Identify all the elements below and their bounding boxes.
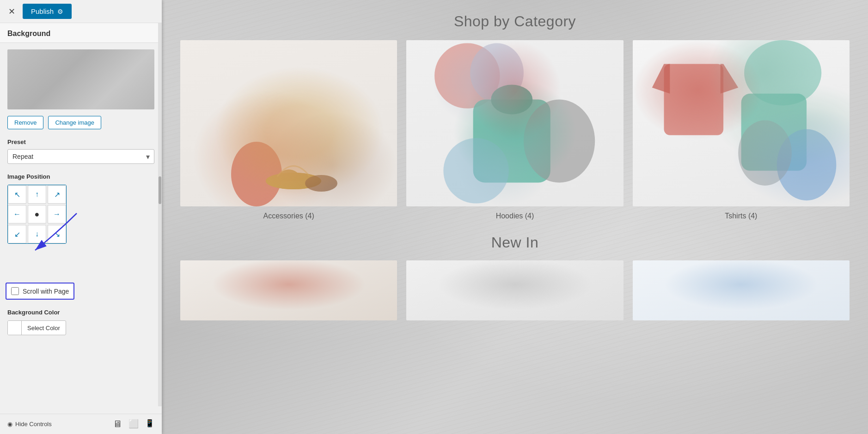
- eye-icon: ◉: [7, 421, 12, 428]
- svg-point-15: [738, 121, 792, 186]
- publish-label: Publish: [31, 7, 54, 15]
- new-in-title: New In: [162, 234, 868, 251]
- svg-point-8: [491, 84, 533, 114]
- background-color-section: Background Color Select Color: [0, 306, 162, 342]
- preset-select[interactable]: No Repeat Repeat Cover Contain: [7, 149, 154, 164]
- background-thumbnail: [7, 49, 154, 109]
- hoodies-card: Hoodies (4): [406, 40, 623, 220]
- hoodies-image: [406, 40, 623, 206]
- preset-label: Preset: [0, 136, 162, 147]
- panel-scrollbar: [158, 23, 162, 406]
- svg-rect-11: [664, 64, 723, 135]
- gear-icon: ⚙: [57, 8, 63, 15]
- color-swatch: [8, 321, 22, 335]
- image-action-buttons: Remove Change image: [0, 116, 162, 136]
- tablet-view-icon[interactable]: ⬜: [128, 419, 139, 429]
- scroll-with-page-row[interactable]: Scroll with Page: [6, 283, 74, 300]
- shop-by-category-title: Shop by Category: [162, 0, 868, 40]
- category-cards: Accessories (4): [162, 40, 868, 220]
- svg-point-2: [266, 173, 321, 189]
- svg-rect-13: [741, 94, 806, 171]
- tshirts-image: [633, 40, 850, 206]
- panel-scroll: Background Remove Change image Preset No…: [0, 23, 162, 414]
- hide-controls-label: Hide Controls: [15, 421, 52, 428]
- svg-point-14: [776, 129, 836, 200]
- thumbnail-image: [7, 49, 154, 109]
- publish-button[interactable]: Publish ⚙: [23, 4, 72, 19]
- svg-point-4: [305, 175, 337, 192]
- svg-point-5: [434, 43, 500, 108]
- position-top-right[interactable]: ↗: [48, 185, 66, 204]
- hoodies-label: Hoodies (4): [496, 212, 534, 220]
- change-image-button[interactable]: Change image: [48, 116, 101, 129]
- remove-button[interactable]: Remove: [7, 116, 43, 129]
- preview-content: Shop by Category: [162, 0, 868, 434]
- tshirts-svg: [633, 40, 850, 206]
- image-position-label: Image Position: [0, 170, 162, 182]
- view-icons: 🖥 ⬜ 📱: [113, 419, 154, 429]
- left-panel: ✕ Publish ⚙ Background Remove Change ima…: [0, 0, 162, 434]
- svg-point-6: [471, 43, 524, 102]
- position-top-center[interactable]: ↑: [28, 185, 46, 204]
- arrow-annotation: [21, 209, 95, 255]
- svg-point-1: [231, 142, 282, 206]
- svg-point-9: [524, 100, 595, 183]
- bottom-bar: ◉ Hide Controls 🖥 ⬜ 📱: [0, 414, 162, 434]
- new-in-cards: [162, 260, 868, 320]
- accessories-image: [180, 40, 397, 206]
- accessories-card: Accessories (4): [180, 40, 397, 220]
- hoodies-svg: [406, 40, 623, 206]
- select-color-button[interactable]: Select Color: [7, 320, 66, 335]
- svg-point-3: [266, 173, 321, 189]
- desktop-view-icon[interactable]: 🖥: [113, 419, 122, 429]
- panel-scrollbar-thumb: [159, 176, 161, 204]
- scroll-with-page-label: Scroll with Page: [23, 288, 69, 295]
- svg-point-10: [444, 138, 509, 203]
- tshirts-card: Tshirts (4): [633, 40, 850, 220]
- mobile-view-icon[interactable]: 📱: [145, 419, 154, 429]
- svg-rect-7: [473, 100, 550, 183]
- top-bar: ✕ Publish ⚙: [0, 0, 162, 23]
- preview-area: Shop by Category: [162, 0, 868, 434]
- tshirts-label: Tshirts (4): [725, 212, 757, 220]
- new-card-1: [180, 260, 397, 320]
- close-button[interactable]: ✕: [6, 5, 18, 18]
- new-in-section: New In: [162, 234, 868, 320]
- svg-point-12: [744, 40, 821, 105]
- new-card-3: [633, 260, 850, 320]
- select-color-label: Select Color: [22, 322, 66, 334]
- hide-controls[interactable]: ◉ Hide Controls: [7, 421, 52, 428]
- position-top-left[interactable]: ↖: [8, 185, 26, 204]
- preset-select-wrap: No Repeat Repeat Cover Contain: [7, 149, 154, 164]
- panel-title: Background: [0, 23, 162, 43]
- accessories-svg: [229, 114, 349, 206]
- accessories-label: Accessories (4): [263, 212, 314, 220]
- new-card-2: [406, 260, 623, 320]
- scroll-with-page-checkbox[interactable]: [11, 287, 19, 295]
- background-color-label: Background Color: [7, 306, 154, 318]
